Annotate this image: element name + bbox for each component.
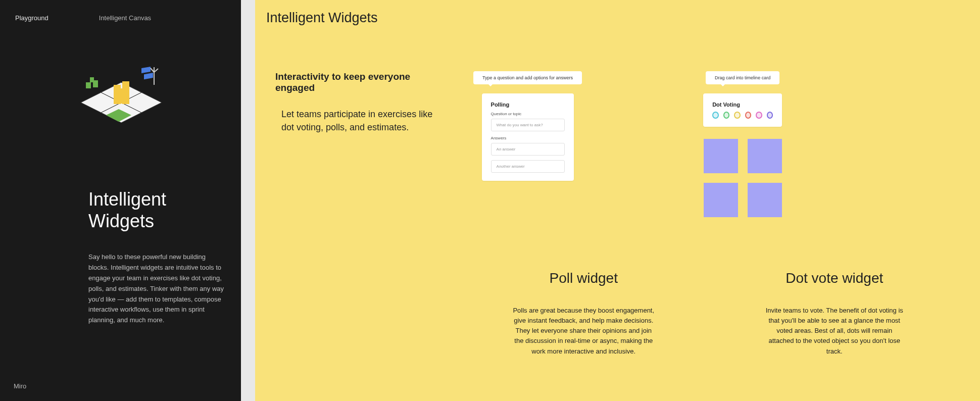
poll-info-column: Poll widget Polls are great because they… (458, 270, 709, 357)
dot-red[interactable] (745, 112, 752, 119)
dot-pink[interactable] (756, 112, 762, 119)
answer-input-2[interactable]: Another answer (491, 160, 565, 173)
intro-heading: Interactivity to keep everyone engaged (275, 71, 438, 93)
dotvote-section-title: Dot vote widget (719, 270, 950, 286)
top-row: Interactivity to keep everyone engaged L… (266, 71, 960, 217)
sidebar-title: Intelligent Widgets (88, 188, 226, 232)
sticky-grid (704, 139, 782, 217)
dot-purple[interactable] (767, 112, 773, 119)
spacer-col (266, 270, 458, 357)
answer-input-1[interactable]: An answer (491, 143, 565, 156)
page-title: Intelligent Widgets (266, 10, 960, 26)
intro-text: Let teams participate in exercises like … (275, 108, 438, 134)
dot-palette (712, 112, 773, 119)
poll-preview-column: Type a question and add options for answ… (473, 71, 582, 217)
panel-divider (241, 0, 255, 401)
dotvote-section-desc: Invite teams to vote. The benefit of dot… (764, 306, 905, 357)
question-label: Question or topic (491, 112, 565, 116)
sticky-note[interactable] (704, 183, 738, 217)
dotvote-preview-column: Drag card into timeline card Dot Voting (703, 71, 782, 217)
polling-card[interactable]: Polling Question or topic What do you wa… (482, 93, 574, 181)
poll-section-title: Poll widget (468, 270, 699, 286)
dotvote-info-column: Dot vote widget Invite teams to vote. Th… (709, 270, 960, 357)
dotvote-tooltip-bubble: Drag card into timeline card (706, 71, 779, 84)
bottom-row: Poll widget Polls are great because they… (266, 270, 960, 357)
svg-rect-10 (141, 67, 151, 73)
dotvote-card-title: Dot Voting (712, 102, 773, 108)
sidebar: Playground Intelligent Canvas (0, 0, 241, 401)
sidebar-footer-brand: Miro (14, 382, 26, 390)
sticky-note[interactable] (704, 139, 738, 173)
dot-cyan[interactable] (712, 112, 719, 119)
svg-rect-9 (119, 88, 124, 104)
dot-yellow[interactable] (734, 112, 741, 119)
answers-label: Answers (491, 136, 565, 140)
dotvote-card[interactable]: Dot Voting (703, 93, 782, 127)
polling-card-title: Polling (491, 102, 565, 108)
sidebar-description: Say hello to these powerful new building… (88, 252, 225, 326)
svg-line-15 (154, 69, 158, 72)
main-canvas[interactable]: Intelligent Widgets Interactivity to kee… (255, 0, 980, 401)
poll-tooltip-bubble: Type a question and add options for answ… (473, 71, 582, 84)
sidebar-header: Playground Intelligent Canvas (15, 14, 226, 22)
nav-playground[interactable]: Playground (15, 14, 48, 22)
sticky-note[interactable] (748, 139, 782, 173)
nav-intelligent-canvas[interactable]: Intelligent Canvas (99, 14, 151, 22)
isometric-illustration (76, 57, 177, 148)
svg-line-14 (151, 68, 154, 72)
question-input[interactable]: What do you want to ask? (491, 119, 565, 131)
intro-column: Interactivity to keep everyone engaged L… (266, 71, 438, 217)
sticky-note[interactable] (748, 183, 782, 217)
poll-section-desc: Polls are great because they boost engag… (513, 306, 654, 357)
svg-rect-4 (86, 82, 91, 88)
dot-green[interactable] (723, 112, 730, 119)
svg-rect-11 (144, 73, 153, 79)
svg-rect-6 (90, 77, 94, 82)
